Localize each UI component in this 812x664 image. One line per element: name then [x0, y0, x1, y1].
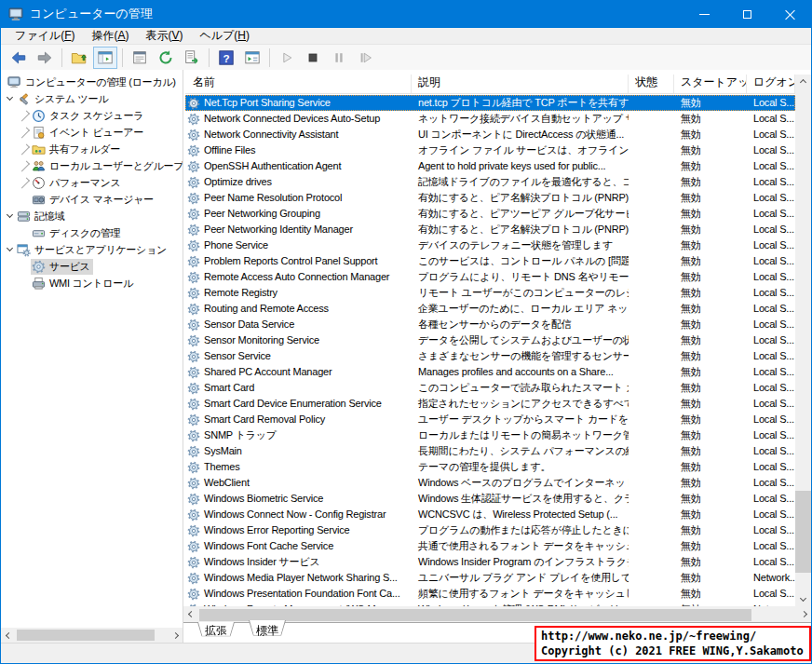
- console-tree-button[interactable]: [93, 47, 117, 69]
- service-logon-as: Local S...: [747, 253, 795, 269]
- up-folder-button[interactable]: [67, 47, 91, 69]
- maximize-button[interactable]: [725, 0, 768, 28]
- service-row[interactable]: SNMP トラップローカルまたはリモートの簡易ネットワーク管理...無効Loca…: [185, 427, 795, 443]
- view-tab-extended[interactable]: 拡張: [197, 622, 235, 641]
- menu-item-h[interactable]: ヘルプ(H): [192, 27, 259, 46]
- collapse-chevron-icon[interactable]: [3, 215, 16, 217]
- refresh-button[interactable]: [154, 47, 178, 69]
- scrollbar-thumb[interactable]: [199, 609, 751, 621]
- service-row[interactable]: Smart Card Device Enumeration Service指定さ…: [185, 396, 795, 412]
- tree-item-system-tools[interactable]: システム ツール: [3, 90, 183, 107]
- view-tab-standard[interactable]: 標準: [249, 622, 286, 641]
- service-row[interactable]: Windows Error Reporting Serviceプログラムの動作ま…: [185, 522, 795, 538]
- tree-item-services[interactable]: サービス: [18, 258, 183, 275]
- export-list-button[interactable]: [180, 47, 204, 69]
- console-window-button[interactable]: [240, 47, 264, 69]
- tree-item-device-manager[interactable]: デバイス マネージャー: [18, 191, 183, 208]
- chevron-right-icon: [800, 611, 806, 617]
- service-row[interactable]: Windows Insider サービスWindows Insider Prog…: [185, 554, 795, 570]
- service-name-text: Sensor Data Service: [204, 317, 294, 332]
- play-button[interactable]: [275, 47, 299, 69]
- service-row[interactable]: Phone Serviceデバイスのテレフォニー状態を管理します無効Local …: [185, 237, 795, 253]
- service-row[interactable]: Net.Tcp Port Sharing Servicenet.tcp プロトコ…: [185, 95, 795, 111]
- tree-item-storage[interactable]: 記憶域: [3, 208, 183, 224]
- service-row[interactable]: Sensor Monitoring Serviceデータを公開してシステムおよび…: [185, 332, 795, 348]
- menu-item-f[interactable]: ファイル(F): [7, 27, 83, 46]
- vertical-scrollbar[interactable]: [795, 75, 811, 606]
- pause-button[interactable]: [327, 47, 351, 69]
- tree-item-shared-folders[interactable]: 共有フォルダー: [18, 141, 183, 157]
- scroll-left-button[interactable]: [1, 628, 16, 643]
- service-row[interactable]: Smart Cardこのコンピューターで読み取られたスマート カー...無効Lo…: [185, 380, 795, 396]
- tree-item-local-users[interactable]: ローカル ユーザーとグループ: [18, 157, 183, 174]
- collapse-chevron-icon[interactable]: [3, 249, 16, 251]
- service-row[interactable]: Peer Name Resolution Protocol有効にすると、ピア名解…: [185, 190, 795, 206]
- collapse-chevron-icon[interactable]: [3, 98, 16, 100]
- service-row[interactable]: Routing and Remote Access企業ユーザーのために、ローカル…: [185, 301, 795, 317]
- tree-item-computer[interactable]: コンピューターの管理 (ローカル): [7, 74, 183, 90]
- expand-chevron-icon[interactable]: [18, 164, 31, 169]
- help-button[interactable]: ?: [214, 47, 238, 69]
- properties-button[interactable]: [128, 47, 152, 69]
- service-logon-as: Local S...: [747, 554, 795, 570]
- service-row[interactable]: Windows Media Player Network Sharing S..…: [185, 570, 795, 586]
- column-header-4[interactable]: スタートアッ...: [674, 75, 747, 93]
- menu-item-a[interactable]: 操作(A): [83, 27, 137, 46]
- service-row[interactable]: Peer Networking Grouping有効にすると、ピアツーピア グル…: [185, 206, 795, 222]
- service-name-text: Routing and Remote Access: [204, 301, 329, 317]
- service-row[interactable]: Peer Networking Identity Manager有効にすると、ピ…: [185, 222, 795, 237]
- service-row[interactable]: SysMain長期間にわたり、システム パフォーマンスの維...無効Local …: [185, 443, 795, 459]
- tree-item-event-viewer[interactable]: イベント ビューアー: [18, 124, 183, 141]
- column-header-1[interactable]: 名前: [185, 75, 412, 93]
- tree-item-task-scheduler[interactable]: タスク スケジューラ: [18, 107, 183, 124]
- service-gear-icon: [187, 350, 204, 363]
- scroll-right-button[interactable]: [796, 607, 811, 622]
- service-row[interactable]: Smart Card Removal Policyユーザー デスクトップからスマ…: [185, 412, 795, 427]
- service-row[interactable]: Sensor Serviceさまざまなセンサーの機能を管理するセンサー...無効…: [185, 348, 795, 364]
- tree-item-performance[interactable]: パフォーマンス: [18, 174, 183, 191]
- close-button[interactable]: [768, 0, 811, 28]
- minimize-button[interactable]: [683, 0, 725, 28]
- forward-button[interactable]: [33, 47, 57, 69]
- stop-button[interactable]: [301, 47, 325, 69]
- tree-item-services-apps[interactable]: サービスとアプリケーション: [3, 241, 183, 258]
- expand-chevron-icon[interactable]: [18, 147, 31, 152]
- service-row[interactable]: Windows Font Cache Service共通で使用されるフォント デ…: [185, 538, 795, 554]
- tree-horizontal-scrollbar[interactable]: [1, 628, 183, 643]
- scrollbar-track[interactable]: [16, 628, 168, 643]
- service-row[interactable]: Network Connected Devices Auto-Setupネットワ…: [185, 111, 795, 127]
- scrollbar-thumb[interactable]: [17, 630, 155, 641]
- service-row[interactable]: Optimize drives記憶域ドライブのファイルを最適化すると、コン...…: [185, 174, 795, 190]
- service-row[interactable]: Sensor Data Service各種センサーからのデータを配信無効Loca…: [185, 317, 795, 332]
- scroll-down-button[interactable]: [795, 590, 811, 606]
- menu-item-v[interactable]: 表示(V): [137, 27, 191, 46]
- scrollbar-track[interactable]: [198, 607, 796, 622]
- scroll-left-button[interactable]: [183, 607, 198, 622]
- service-row[interactable]: Remote Access Auto Connection Managerプログ…: [185, 269, 795, 285]
- service-row[interactable]: Themesテーマの管理を提供します。無効Local S...: [185, 459, 795, 475]
- expand-chevron-icon[interactable]: [18, 130, 31, 135]
- scroll-right-button[interactable]: [168, 628, 183, 643]
- service-row[interactable]: Windows Biometric ServiceWindows 生体認証サービ…: [185, 491, 795, 507]
- service-row[interactable]: Network Connectivity AssistantUI コンポーネント…: [185, 127, 795, 142]
- column-header-5[interactable]: ログオン: [747, 75, 795, 93]
- service-row[interactable]: WebClientWindows ベースのプログラムでインターネット ベ...無…: [185, 475, 795, 491]
- tree-item-disk-management[interactable]: ディスクの管理: [18, 224, 183, 241]
- service-row[interactable]: Windows Connect Now - Config RegistrarWC…: [185, 507, 795, 522]
- column-header-2[interactable]: 説明: [412, 75, 629, 93]
- service-row[interactable]: Shared PC Account ManagerManages profile…: [185, 364, 795, 380]
- column-header-3[interactable]: 状態: [629, 75, 674, 93]
- service-row[interactable]: Remote Registryリモート ユーザーがこのコンピューターのレジスト.…: [185, 285, 795, 301]
- tree-item-wmi-control[interactable]: WMI コントロール: [18, 275, 183, 291]
- scrollbar-thumb[interactable]: [795, 491, 811, 573]
- restart-button[interactable]: [353, 47, 377, 69]
- service-gear-icon: [187, 318, 204, 332]
- scroll-up-button[interactable]: [795, 75, 811, 90]
- expand-chevron-icon[interactable]: [18, 181, 31, 185]
- expand-chevron-icon[interactable]: [18, 114, 31, 118]
- service-row[interactable]: Windows Presentation Foundation Font Ca.…: [185, 586, 795, 602]
- service-row[interactable]: Offline Filesオフライン ファイル サービスは、オフライン ファイ.…: [185, 142, 795, 158]
- back-button[interactable]: [7, 47, 31, 69]
- service-row[interactable]: OpenSSH Authentication AgentAgent to hol…: [185, 158, 795, 174]
- service-row[interactable]: Problem Reports Control Panel Supportこのサ…: [185, 253, 795, 269]
